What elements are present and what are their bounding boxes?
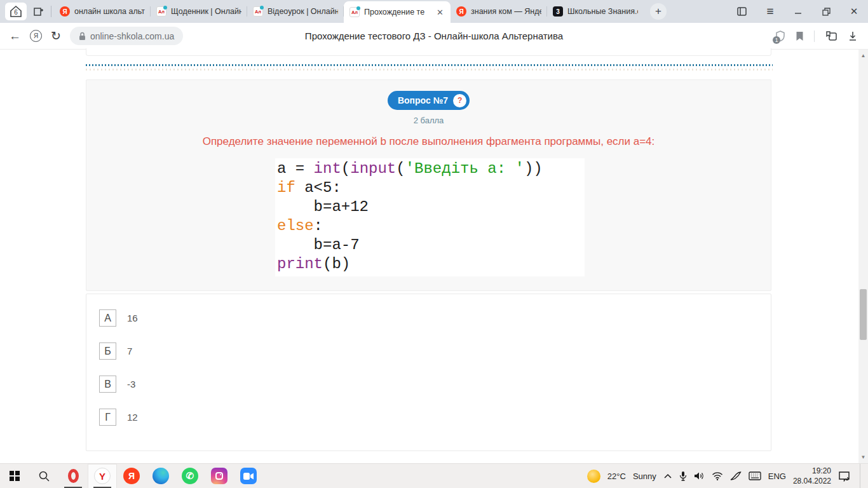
- toolbar-right: 1: [775, 30, 868, 42]
- search-icon: [38, 470, 50, 482]
- toolbar-left: ← Я ↻ online-shkola.com.ua: [0, 27, 183, 45]
- keyboard-icon[interactable]: [749, 471, 761, 480]
- code-line: b=a+12: [277, 198, 585, 217]
- yandex-home-button[interactable]: Я: [30, 30, 42, 42]
- protect-counter-badge: 1: [773, 36, 780, 44]
- divider: [51, 6, 51, 17]
- answer-option-row[interactable]: В-3: [99, 376, 771, 393]
- add-tab-button[interactable]: +: [650, 3, 667, 20]
- new-tab-panel-button[interactable]: [29, 3, 48, 20]
- tab-close-icon[interactable]: ✕: [435, 8, 445, 17]
- tab-counter-button[interactable]: 6: [5, 3, 27, 20]
- svg-text:6: 6: [14, 9, 18, 16]
- code-line: b=a-7: [277, 236, 585, 255]
- taskbar-clock[interactable]: 19:20 28.04.2022: [793, 466, 831, 486]
- divider: [814, 30, 815, 42]
- answer-option-row[interactable]: Б7: [99, 342, 771, 360]
- windows-taskbar: Y Я ✆ 22°C Sunny: [0, 463, 868, 488]
- help-icon[interactable]: ?: [453, 94, 466, 107]
- clock-time: 19:20: [793, 466, 831, 476]
- browser-toolbar: Прохождение тестового ДЗ - Онлайн-школа …: [0, 23, 868, 50]
- browser-tab[interactable]: 3Школьные Знания.c: [547, 0, 644, 23]
- taskbar-zoom-button[interactable]: [234, 464, 263, 488]
- answer-letter-button[interactable]: Г: [99, 409, 116, 426]
- taskbar-whatsapp-button[interactable]: ✆: [175, 464, 205, 488]
- close-window-button[interactable]: ✕: [840, 0, 868, 23]
- code-line: a = int(input('Введіть a: ')): [277, 159, 585, 179]
- download-icon[interactable]: [848, 30, 858, 41]
- lock-icon: [79, 32, 86, 41]
- tab-title: Щоденник | Онлайн: [171, 7, 241, 16]
- wifi-icon[interactable]: [712, 471, 723, 480]
- window-controls: ≡ ✕: [728, 0, 868, 23]
- bookmark-icon[interactable]: [796, 31, 804, 41]
- collections-icon[interactable]: [825, 30, 837, 42]
- start-button[interactable]: [0, 464, 29, 488]
- answer-letter-button[interactable]: А: [99, 309, 116, 327]
- tab-title: Прохождение те: [364, 8, 431, 17]
- volume-icon[interactable]: [694, 471, 705, 480]
- answer-value: 7: [127, 346, 132, 356]
- page-scrollbar[interactable]: ▲ ▼: [858, 50, 868, 463]
- pen-icon[interactable]: [730, 471, 742, 480]
- taskbar-search-button[interactable]: [29, 464, 58, 488]
- tab-strip: Яонлайн школа альтАлЩоденник | ОнлайнАлВ…: [54, 0, 644, 23]
- scroll-up-arrow-icon[interactable]: ▲: [858, 51, 868, 60]
- home-icon: 6: [9, 5, 23, 18]
- browser-tab[interactable]: АлПрохождение те✕: [344, 1, 451, 23]
- edge-icon: [153, 468, 169, 484]
- code-line: else:: [277, 217, 585, 236]
- znanija-favicon-icon: 3: [553, 6, 563, 17]
- tab-title: Відеоурок | Онлайн: [268, 7, 338, 16]
- weather-condition[interactable]: Sunny: [633, 471, 656, 481]
- clock-date: 28.04.2022: [793, 476, 831, 486]
- windows-logo-icon: [9, 470, 20, 482]
- bookmarks-sidebar-button[interactable]: [728, 0, 756, 23]
- opera-icon: [68, 469, 79, 483]
- language-indicator[interactable]: ENG: [768, 471, 786, 481]
- browser-tab[interactable]: Яонлайн школа альт: [54, 0, 151, 23]
- answer-letter-button[interactable]: В: [99, 376, 116, 393]
- notification-center-icon[interactable]: [838, 471, 850, 482]
- address-input[interactable]: online-shkola.com.ua: [70, 27, 183, 45]
- scrollbar-thumb[interactable]: [860, 289, 867, 340]
- protect-button[interactable]: 1: [775, 30, 785, 42]
- taskbar-opera-button[interactable]: [58, 464, 88, 488]
- browser-tab[interactable]: АлЩоденник | Онлайн: [151, 0, 247, 23]
- system-tray: 22°C Sunny: [587, 464, 868, 488]
- zoom-icon: [240, 468, 257, 484]
- refresh-button[interactable]: ↻: [51, 30, 61, 42]
- scroll-down-arrow-icon[interactable]: ▼: [858, 452, 868, 462]
- back-button[interactable]: ←: [9, 30, 21, 42]
- taskbar-yandex-browser-button[interactable]: Y: [88, 464, 117, 488]
- new-tab-icon: [32, 6, 45, 17]
- restore-icon: [822, 8, 831, 16]
- yandex-favicon-icon: Я: [456, 6, 466, 17]
- minimize-button[interactable]: [784, 0, 812, 23]
- code-snippet: a = int(input('Введіть a: '))if a<5: b=a…: [275, 158, 585, 276]
- tray-expand-chevron-icon[interactable]: [663, 473, 672, 479]
- show-desktop-button[interactable]: [860, 464, 863, 488]
- sidebar-icon: [736, 6, 748, 17]
- restore-button[interactable]: [812, 0, 840, 23]
- taskbar-edge-button[interactable]: [146, 464, 175, 488]
- weather-sun-icon[interactable]: [587, 470, 600, 483]
- answer-option-row[interactable]: Г12: [99, 409, 771, 426]
- microphone-icon[interactable]: [679, 471, 687, 481]
- dotted-separator-shadow: [86, 69, 773, 71]
- weather-temp[interactable]: 22°C: [607, 471, 626, 481]
- taskbar-yandex-button[interactable]: Я: [117, 464, 146, 488]
- answers-card: А16Б7В-3Г12: [86, 294, 771, 451]
- code-line: if a<5:: [277, 179, 585, 198]
- menu-button[interactable]: ≡: [756, 0, 784, 23]
- tab-title: Школьные Знания.c: [567, 7, 638, 16]
- yandex-browser-icon: Y: [94, 468, 111, 484]
- answer-option-row[interactable]: А16: [99, 309, 771, 327]
- browser-tab[interactable]: Язнания ком — Янде: [451, 0, 547, 23]
- answer-letter-button[interactable]: Б: [99, 342, 116, 360]
- answer-value: 16: [127, 313, 138, 323]
- minimize-icon: [794, 8, 802, 15]
- browser-tab[interactable]: АлВідеоурок | Онлайн: [247, 0, 344, 23]
- whatsapp-icon: ✆: [182, 468, 198, 484]
- taskbar-instagram-button[interactable]: [205, 464, 234, 488]
